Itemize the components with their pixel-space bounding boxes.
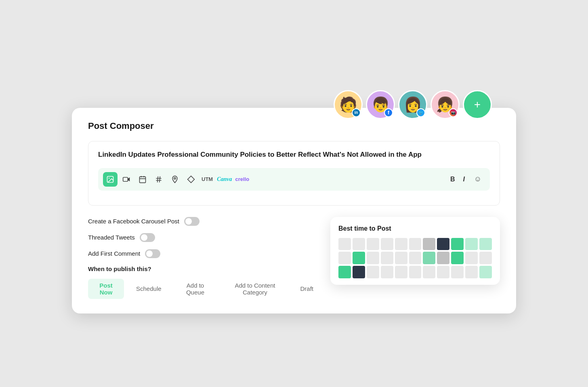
first-comment-row: Add First Comment [88, 249, 321, 258]
toolbar-formatting: B I ☺ [448, 172, 485, 187]
left-options: Create a Facebook Carousel Post Threaded… [88, 217, 321, 299]
options-section: Create a Facebook Carousel Post Threaded… [88, 217, 500, 299]
heat-cell [353, 266, 365, 278]
heat-grid [338, 238, 492, 279]
canva-button[interactable]: Canva [216, 172, 233, 187]
facebook-badge: f [384, 108, 393, 117]
heat-cell [451, 238, 464, 250]
heat-cell [367, 266, 379, 278]
tab-draft[interactable]: Draft [293, 282, 321, 295]
tab-add-to-queue[interactable]: Add to Queue [174, 279, 217, 299]
threaded-tweets-toggle[interactable] [140, 233, 155, 242]
heat-cell [479, 238, 492, 250]
linkedin-badge: in [352, 108, 361, 117]
heat-cell [437, 252, 449, 264]
heat-cell [395, 238, 407, 250]
threaded-tweets-row: Threaded Tweets [88, 233, 321, 242]
avatar-linkedin[interactable]: 🧑 in [334, 90, 363, 119]
heat-cell [381, 238, 393, 250]
editor-toolbar: UTM Canva crello B I ☺ [98, 168, 490, 191]
heat-cell [451, 252, 464, 264]
publish-tabs: Post Now Schedule Add to Queue Add to Co… [88, 279, 321, 299]
heat-cell [479, 266, 492, 278]
heat-cell [465, 266, 478, 278]
svg-point-4 [174, 177, 176, 179]
heat-cell [479, 252, 492, 264]
heat-cell [367, 238, 379, 250]
italic-button[interactable]: I [461, 174, 467, 185]
first-comment-label: Add First Comment [88, 250, 140, 257]
heat-cell [338, 238, 351, 250]
avatar-facebook[interactable]: 👦 f [366, 90, 395, 119]
hashtag-icon[interactable] [151, 172, 166, 187]
utm-button[interactable]: UTM [200, 172, 214, 187]
heat-cell [338, 252, 351, 264]
text-editor[interactable]: LinkedIn Updates Professional Community … [88, 141, 500, 206]
emoji-button[interactable]: ☺ [470, 172, 485, 187]
crello-button[interactable]: crello [235, 172, 250, 187]
first-comment-toggle[interactable] [145, 249, 160, 258]
carousel-toggle[interactable] [184, 217, 200, 226]
tab-post-now[interactable]: Post Now [88, 279, 124, 299]
best-time-card: Best time to Post [330, 217, 500, 285]
heat-cell [395, 252, 407, 264]
image-icon[interactable] [103, 172, 118, 187]
add-account-button[interactable]: + [463, 90, 492, 119]
tab-content-category[interactable]: Add to Content Category [222, 279, 288, 299]
heat-cell [381, 266, 393, 278]
instagram-badge: 📷 [449, 108, 458, 117]
video-icon[interactable] [119, 172, 134, 187]
carousel-label: Create a Facebook Carousel Post [88, 218, 179, 225]
heat-cell [409, 238, 422, 250]
heat-cell [465, 238, 478, 250]
heat-cell [409, 266, 422, 278]
tab-schedule[interactable]: Schedule [129, 282, 169, 295]
page-title: Post Composer [88, 121, 500, 131]
avatar-twitter[interactable]: 👩 🐦 [398, 90, 427, 119]
threaded-tweets-label: Threaded Tweets [88, 234, 135, 241]
editor-content[interactable]: LinkedIn Updates Professional Community … [98, 149, 490, 160]
heat-cell [409, 252, 422, 264]
heat-cell [395, 266, 407, 278]
heat-cell [437, 266, 449, 278]
heat-cell [353, 252, 365, 264]
when-publish-label: When to publish this? [88, 265, 321, 272]
heat-cell [353, 238, 365, 250]
twitter-badge: 🐦 [416, 108, 425, 117]
bold-button[interactable]: B [448, 174, 458, 185]
heat-cell [465, 252, 478, 264]
heat-cell [451, 266, 464, 278]
composer-card: Post Composer LinkedIn Updates Professio… [72, 108, 516, 313]
heat-cell [381, 252, 393, 264]
heat-cell [423, 252, 435, 264]
avatar-row: 🧑 in 👦 f 👩 🐦 👧 📷 + [72, 90, 516, 119]
svg-rect-3 [140, 177, 146, 183]
location-icon[interactable] [168, 172, 182, 187]
diamond-icon[interactable] [184, 172, 198, 187]
heat-cell [338, 266, 351, 278]
carousel-option-row: Create a Facebook Carousel Post [88, 217, 321, 226]
heat-cell [437, 238, 449, 250]
heat-cell [367, 252, 379, 264]
heat-cell [423, 238, 435, 250]
svg-point-1 [109, 178, 110, 179]
svg-rect-2 [123, 177, 128, 181]
best-time-title: Best time to Post [338, 225, 492, 232]
avatar-instagram[interactable]: 👧 📷 [430, 90, 460, 119]
heat-cell [423, 266, 435, 278]
calendar-icon[interactable] [135, 172, 150, 187]
